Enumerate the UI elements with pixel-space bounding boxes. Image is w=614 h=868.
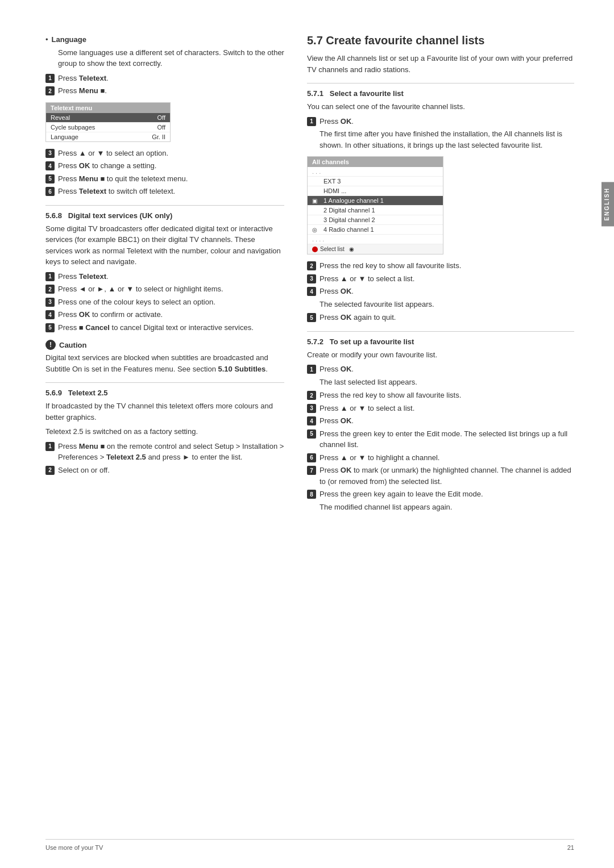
- step-5-572: 5 Press the green key to enter the Edit …: [307, 428, 574, 450]
- step-3-572: 3 Press ▲ or ▼ to select a list.: [307, 403, 574, 414]
- language-label: Language: [52, 35, 86, 44]
- footer-right: 21: [567, 844, 574, 851]
- channel-row-hdmi: HDMI ...: [308, 186, 443, 196]
- step-4-571: 4 Press OK.: [307, 286, 574, 297]
- page-footer: Use more of your TV 21: [45, 839, 574, 851]
- menu-title: Teletext menu: [46, 103, 170, 113]
- caution-box: ! Caution Digital text services are bloc…: [45, 340, 284, 374]
- after-step1-571: The first time after you have finished t…: [320, 128, 574, 151]
- step-2-571: 2 Press the red key to show all favourit…: [307, 260, 574, 272]
- menu-row-cycle: Cycle subpagesOff: [46, 123, 170, 132]
- divider-2: [45, 382, 284, 383]
- page: ENGLISH • Language Some languages use a …: [0, 0, 614, 868]
- step-4-568: 4 Press OK to confirm or activate.: [45, 309, 284, 320]
- section-568-head: 5.6.8 Digital text services (UK only): [45, 211, 284, 220]
- divider-right-2: [307, 331, 574, 332]
- step-2-lang: 2 Press Menu ■.: [45, 85, 284, 97]
- menu-row-reveal: RevealOff: [46, 113, 170, 123]
- step-5-568: 5 Press ■ Cancel to cancel Digital text …: [45, 322, 284, 333]
- step-2-569: 2 Select on or off.: [45, 465, 284, 476]
- teletext-menu-box: Teletext menu RevealOff Cycle subpagesOf…: [45, 102, 171, 142]
- language-desc: Some languages use a different set of ch…: [58, 47, 284, 69]
- red-dot: [312, 247, 318, 252]
- right-column: 5.7 Create favourite channel lists View …: [307, 34, 574, 834]
- step-3-lang: 3 Press ▲ or ▼ to select an option.: [45, 148, 284, 159]
- select-list-label: Select list: [320, 246, 345, 252]
- step-8-572: 8 Press the green key again to leave the…: [307, 489, 574, 500]
- divider-right-1: [307, 83, 574, 84]
- channel-dots-bottom: . . . .: [308, 235, 443, 244]
- step-6-lang: 6 Press Teletext to switch off teletext.: [45, 186, 284, 197]
- section-571-head: 5.7.1 Select a favourite list: [307, 89, 574, 98]
- step-4-572: 4 Press OK.: [307, 415, 574, 427]
- channel-list-box: All channels . . . EXT 3 HDMI ... ▣ 1 An…: [307, 156, 443, 254]
- section-569-desc: If broadcasted by the TV channel this te…: [45, 400, 284, 423]
- section-57-desc: View the All channels list or set up a F…: [307, 53, 574, 75]
- after-step1-572: The last selected list appears.: [320, 377, 574, 388]
- section-568-desc: Some digital TV broadcasters offer dedic…: [45, 223, 284, 268]
- channel-footer: Select list ◉: [308, 244, 443, 254]
- channel-row-ext3: EXT 3: [308, 177, 443, 186]
- channel-row-analogue: ▣ 1 Analogue channel 1: [308, 196, 443, 206]
- section-572-desc: Create or modify your own favourite list…: [307, 349, 574, 361]
- step-4-lang: 4 Press OK to change a setting.: [45, 160, 284, 172]
- step-3-571: 3 Press ▲ or ▼ to select a list.: [307, 273, 574, 285]
- channel-list-title: All channels: [308, 157, 443, 167]
- after-step8-572: The modified channel list appears again.: [320, 502, 574, 513]
- channel-row-radio: ◎ 4 Radio channel 1: [308, 225, 443, 235]
- left-column: • Language Some languages use a differen…: [45, 34, 284, 834]
- after-step4-571: The selected favourite list appears.: [320, 299, 574, 310]
- section-569: 5.6.9 Teletext 2.5 If broadcasted by the…: [45, 389, 284, 475]
- section-57-title: 5.7 Create favourite channel lists: [307, 34, 574, 47]
- section-569-factory: Teletext 2.5 is switched on as a factory…: [45, 426, 284, 437]
- section-572: 5.7.2 To set up a favourite list Create …: [307, 337, 574, 513]
- channel-dots-top: . . .: [308, 167, 443, 177]
- section-569-head: 5.6.9 Teletext 2.5: [45, 389, 284, 397]
- step-1-571: 1 Press OK.: [307, 116, 574, 127]
- step-7-572: 7 Press OK to mark (or unmark) the highl…: [307, 465, 574, 487]
- step-2-572: 2 Press the red key to show all favourit…: [307, 390, 574, 401]
- step-1-568: 1 Press Teletext.: [45, 271, 284, 282]
- step-5-lang: 5 Press Menu ■ to quit the teletext menu…: [45, 173, 284, 185]
- menu-row-language: LanguageGr. II: [46, 132, 170, 141]
- step-2-568: 2 Press ◄ or ►, ▲ or ▼ to select or high…: [45, 283, 284, 295]
- section-572-head: 5.7.2 To set up a favourite list: [307, 337, 574, 346]
- divider-1: [45, 205, 284, 206]
- step-5-571: 5 Press OK again to quit.: [307, 312, 574, 323]
- section-571-desc: You can select one of the favourite chan…: [307, 101, 574, 112]
- step-1-lang: 1 Press Teletext.: [45, 73, 284, 84]
- caution-title: ! Caution: [45, 340, 284, 350]
- channel-row-digital1: 2 Digital channel 1: [308, 206, 443, 215]
- section-571: 5.7.1 Select a favourite list You can se…: [307, 89, 574, 323]
- language-bullet: • Language: [45, 34, 284, 45]
- section-568: 5.6.8 Digital text services (UK only) So…: [45, 211, 284, 333]
- language-tab: ENGLISH: [601, 182, 614, 226]
- step-6-572: 6 Press ▲ or ▼ to highlight a channel.: [307, 452, 574, 464]
- caution-icon: !: [45, 340, 56, 350]
- channel-row-digital2: 3 Digital channel 2: [308, 215, 443, 225]
- caution-text: Digital text services are blocked when s…: [45, 352, 284, 374]
- step-1-569: 1 Press Menu ■ on the remote control and…: [45, 441, 284, 463]
- footer-left: Use more of your TV: [45, 844, 103, 851]
- step-3-568: 3 Press one of the colour keys to select…: [45, 297, 284, 308]
- step-1-572: 1 Press OK.: [307, 364, 574, 375]
